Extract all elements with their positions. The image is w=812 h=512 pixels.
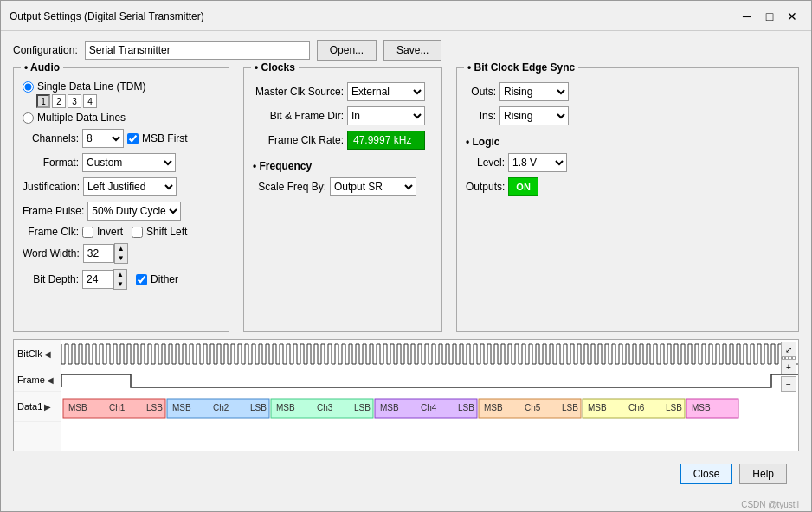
waveform-area: BitClk ◀ Frame ◀ Data1 ▶ [13,339,799,451]
format-label: Format: [23,157,79,169]
data-ch4: MSB Ch4 LSB [375,399,477,418]
bitclock-section-title: • Bit Clock Edge Sync [464,61,578,74]
svg-text:MSB: MSB [276,403,295,413]
data-ch1: MSB Ch1 LSB [63,399,165,418]
format-row: Format: Custom I2S Left Justified Right … [23,153,220,172]
frequency-title: • Frequency [253,160,312,172]
zoom-out-button[interactable]: − [781,376,796,392]
frame-pulse-label: Frame Pulse: [23,205,84,217]
channels-label: Channels: [23,132,79,144]
outs-label: Outs: [466,86,496,98]
restore-button[interactable]: □ [759,8,780,25]
close-button[interactable]: Close [680,464,733,484]
msb-first-checkbox[interactable] [127,133,139,144]
bitclock-section: • Bit Clock Edge Sync Outs: Rising Falli… [456,67,799,332]
outputs-row: Outputs: ON [466,177,789,196]
outs-select[interactable]: Rising Falling [499,82,569,101]
zoom-in-button[interactable]: + [781,359,796,374]
dither-checkbox[interactable] [136,274,147,285]
svg-text:Ch2: Ch2 [213,403,229,413]
audio-section-title: • Audio [21,61,63,74]
level-row: Level: 1.8 V 3.3 V 5 V [466,153,789,172]
svg-text:MSB: MSB [692,403,711,413]
channels-row: Channels: 8 MSB First [23,129,220,148]
word-width-increment[interactable]: ▲ [115,244,127,253]
single-data-line-radio[interactable] [23,81,34,93]
svg-text:MSB: MSB [68,403,87,413]
channel-box-2[interactable]: 2 [52,94,66,108]
dither-label: Dither [151,273,178,285]
multiple-data-lines-row: Multiple Data Lines [23,112,220,124]
scroll-left-button[interactable]: ◀ [14,451,28,452]
bit-depth-increment[interactable]: ▲ [114,270,126,279]
svg-text:LSB: LSB [458,403,474,413]
open-button[interactable]: Open... [317,40,377,61]
ins-select[interactable]: Rising Falling [499,106,569,125]
titlebar: Output Settings (Digital Serial Transmit… [1,1,811,31]
waveform-tools: ⤢ + − [779,340,798,394]
ins-label: Ins: [466,110,496,122]
frame-arrow: ◀ [47,375,54,385]
bit-depth-spinner: ▲ ▼ [82,269,127,290]
channels-select[interactable]: 8 [82,129,124,148]
svg-text:Ch5: Ch5 [525,403,541,413]
minimize-button[interactable]: ─ [737,8,757,25]
svg-text:MSB: MSB [484,403,503,413]
svg-text:Ch4: Ch4 [421,403,437,413]
data1-arrow: ▶ [44,402,51,412]
expand-tool-button[interactable]: ⤢ [781,342,796,357]
scale-freq-select[interactable]: Output SR 1x 2x 4x [330,177,416,196]
scale-freq-label: Scale Freq By: [253,181,326,193]
frame-label: Frame [17,374,45,385]
data1-label-row: Data1 ▶ [14,392,61,422]
frame-clk-rate-label: Frame Clk Rate: [253,134,344,146]
scroll-right-button[interactable]: ▶ [784,451,798,452]
outs-row: Outs: Rising Falling [466,82,789,101]
waveform-inner: BitClk ◀ Frame ◀ Data1 ▶ [14,340,798,451]
master-clk-row: Master Clk Source: External Internal [253,82,433,101]
waveform-canvas[interactable]: MSB Ch1 LSB MSB Ch2 LSB [61,340,798,451]
help-button[interactable]: Help [739,464,787,484]
frame-label-row: Frame ◀ [14,368,61,392]
audio-section: • Audio Single Data Line (TDM) 1 2 3 4 M… [13,67,229,332]
master-clk-select[interactable]: External Internal [347,82,425,101]
svg-text:MSB: MSB [588,403,607,413]
format-select[interactable]: Custom I2S Left Justified Right Justifie… [82,153,176,172]
channel-box-4[interactable]: 4 [83,94,97,108]
shift-left-checkbox[interactable] [132,227,143,238]
word-width-spinner: ▲ ▼ [83,243,128,264]
svg-text:Ch6: Ch6 [628,403,645,413]
bit-frame-dir-label: Bit & Frame Dir: [253,110,344,122]
frame-clk-label: Frame Clk: [23,226,79,238]
level-select[interactable]: 1.8 V 3.3 V 5 V [508,153,567,172]
justification-select[interactable]: Left Justified Right Justified [83,177,177,196]
multiple-data-lines-radio[interactable] [23,112,34,124]
channel-boxes-row: 1 2 3 4 [36,94,220,108]
data-ch5: MSB Ch5 LSB [479,399,581,418]
invert-checkbox[interactable] [82,227,93,238]
logic-title: • Logic [466,136,500,148]
shift-left-label: Shift Left [146,226,187,238]
channel-box-1[interactable]: 1 [36,94,50,108]
frequency-subsection: • Frequency Scale Freq By: Output SR 1x … [253,160,433,196]
save-button[interactable]: Save... [383,40,441,61]
outputs-toggle[interactable]: ON [508,177,538,196]
watermark: CSDN @tyustli [1,500,811,511]
word-width-input[interactable] [83,244,114,263]
logic-subsection: • Logic Level: 1.8 V 3.3 V 5 V Outputs: … [466,136,789,196]
channel-box-3[interactable]: 3 [68,94,81,108]
svg-text:MSB: MSB [172,403,191,413]
invert-label: Invert [97,226,123,238]
main-window: Output Settings (Digital Serial Transmit… [0,0,812,512]
configuration-row: Configuration: Open... Save... [13,40,799,61]
master-clk-label: Master Clk Source: [253,86,344,98]
bit-depth-decrement[interactable]: ▼ [114,279,126,289]
bit-frame-dir-select[interactable]: In Out [347,106,425,125]
close-window-button[interactable]: ✕ [782,8,802,25]
bitclk-label: BitClk [17,349,42,359]
bit-depth-input[interactable] [82,270,113,289]
frame-pulse-select[interactable]: 50% Duty Cycle 1 Bit Wide [87,202,181,221]
waveform-labels: BitClk ◀ Frame ◀ Data1 ▶ [14,340,61,451]
word-width-decrement[interactable]: ▼ [115,253,127,263]
config-input[interactable] [85,41,310,60]
